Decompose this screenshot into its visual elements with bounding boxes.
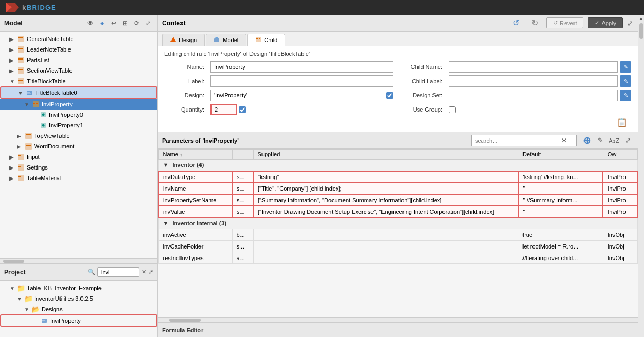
- tree-item-invi-property-0[interactable]: ▶ InviProperty0: [0, 110, 157, 120]
- tab-model[interactable]: Model: [206, 34, 246, 46]
- apply-button[interactable]: ✓ Apply: [588, 17, 623, 28]
- group-inventor-internal-label: ▼ Inventor Internal (3): [158, 217, 637, 229]
- tree-item-parts-list[interactable]: ▶ PartsList: [0, 55, 157, 65]
- cell-name-invCacheFolder: invCacheFolder: [158, 241, 232, 252]
- cell-supplied-invActive: [253, 229, 518, 241]
- group-inventor-arrow[interactable]: ▼: [163, 162, 169, 168]
- label-input[interactable]: [210, 75, 393, 87]
- icon-circle[interactable]: ●: [97, 18, 107, 28]
- design-set-edit-btn[interactable]: ✎: [620, 90, 631, 101]
- params-edit-btn[interactable]: ✎: [595, 135, 606, 146]
- cell-supplied-invCacheFolder: [253, 241, 518, 252]
- tree-item-designs[interactable]: ▼ 📂 Designs: [0, 304, 157, 314]
- tree-item-top-view[interactable]: ▶ TopViewTable: [0, 131, 157, 141]
- search-icon-project: 🔍: [88, 269, 95, 275]
- tab-design-icon: [170, 36, 176, 44]
- params-search-box: ✕: [471, 135, 577, 146]
- params-expand-btn[interactable]: ⤢: [622, 135, 633, 146]
- app-title: kBRiDGE: [22, 4, 56, 12]
- tab-child[interactable]: Child: [247, 34, 285, 46]
- child-label-label: Child Label:: [397, 78, 445, 84]
- tree-item-gen-note[interactable]: ▶ GeneralNoteTable: [0, 34, 157, 44]
- tree-item-invi-property-1[interactable]: ▶ InviProperty1: [0, 120, 157, 131]
- icon-leader-note: [17, 45, 25, 54]
- label-invi-property: InviProperty: [42, 101, 73, 107]
- document-icon[interactable]: 📋: [617, 117, 627, 127]
- right-scrollbar[interactable]: ▲: [638, 15, 644, 337]
- icon-refresh[interactable]: ⟳: [132, 18, 142, 28]
- icon-eye[interactable]: 👁: [86, 18, 95, 28]
- arrow-section-view: ▶: [9, 68, 17, 74]
- table-row-invDataType[interactable]: invDataType s... "kstring" 'kstring' //k…: [158, 171, 637, 183]
- table-row-invValue[interactable]: invValue s... ["Inventor Drawing Documen…: [158, 206, 637, 217]
- tab-design[interactable]: Design: [162, 34, 205, 46]
- revert-button[interactable]: ↺ Revert: [546, 17, 583, 28]
- child-name-input[interactable]: [449, 61, 618, 73]
- apply-label: Apply: [601, 20, 616, 26]
- arrow-title-block: ▼: [9, 78, 17, 84]
- child-label-edit-btn[interactable]: ✎: [620, 75, 631, 87]
- icon-expand[interactable]: ⤢: [144, 18, 153, 28]
- revert-icon: ↺: [553, 19, 558, 26]
- col-header-name[interactable]: Name ↑: [158, 150, 232, 160]
- icon-grid[interactable]: ⊞: [120, 18, 130, 28]
- table-row-invPropertySetName[interactable]: invPropertySetName s... ["Summary Inform…: [158, 194, 637, 206]
- design-input[interactable]: [210, 90, 384, 101]
- table-row-invName[interactable]: invName s... ["Title", "Company"] [child…: [158, 183, 637, 194]
- params-hscrollbar[interactable]: [158, 317, 638, 322]
- col-header-type[interactable]: [232, 150, 253, 160]
- model-panel-header: Model 👁 ● ↩ ⊞ ⟳ ⤢: [0, 15, 157, 32]
- icon-undo[interactable]: ↩: [109, 18, 118, 28]
- params-add-btn[interactable]: ⊕: [581, 135, 592, 146]
- context-expand-icon[interactable]: ⤢: [627, 19, 633, 27]
- design-set-input[interactable]: [449, 90, 618, 101]
- model-panel-title: Model: [4, 19, 23, 27]
- tree-item-title-block[interactable]: ▼ TitleBlockTable: [0, 76, 157, 86]
- quantity-input[interactable]: [210, 104, 237, 115]
- design-set-row: ✎: [449, 90, 631, 101]
- tree-item-table-material[interactable]: ▶ TableMaterial: [0, 173, 157, 183]
- redo-button[interactable]: ↻: [527, 17, 542, 29]
- tree-item-invi-property[interactable]: ▼ InviProperty: [0, 99, 157, 110]
- svg-rect-5: [18, 39, 23, 39]
- icon-top-view: [24, 132, 33, 140]
- project-search-clear[interactable]: ✕: [142, 269, 146, 275]
- tree-item-settings[interactable]: ▶ Settings: [0, 162, 157, 173]
- cell-supplied-invDataType: "kstring": [253, 171, 518, 183]
- child-label-input[interactable]: [449, 75, 618, 87]
- tree-item-inventor-utils[interactable]: ▼ 📁 InventorUtilities 3.0.2.5: [0, 293, 157, 304]
- project-search-input[interactable]: [97, 267, 139, 277]
- svg-rect-18: [27, 91, 32, 95]
- params-search-clear[interactable]: ✕: [561, 137, 567, 144]
- project-search-area: 🔍 ✕ ⤢: [88, 267, 153, 277]
- project-expand-icon[interactable]: ⤢: [148, 269, 153, 275]
- table-row-invActive[interactable]: invActive b... true InvObj: [158, 229, 637, 241]
- use-group-check[interactable]: [449, 106, 456, 113]
- scrollbar-up-arrow[interactable]: ▲: [639, 16, 643, 21]
- tree-item-section-view[interactable]: ▶ SectionViewTable: [0, 65, 157, 76]
- tree-item-table-kb[interactable]: ▼ 📁 Table_KB_Inventor_Example: [0, 283, 157, 293]
- undo-button[interactable]: ↺: [508, 17, 523, 29]
- child-name-edit-btn[interactable]: ✎: [620, 61, 631, 73]
- svg-rect-43: [256, 38, 258, 39]
- quantity-check[interactable]: [239, 106, 246, 113]
- params-search-input[interactable]: [475, 137, 559, 144]
- design-check[interactable]: [386, 92, 393, 99]
- table-row-invCacheFolder[interactable]: invCacheFolder s... let rootModel = R.ro…: [158, 241, 637, 252]
- col-header-default[interactable]: Default: [518, 150, 603, 160]
- tree-item-title-block-0[interactable]: ▼ TitleBlockTable0: [0, 86, 157, 99]
- tree-item-input[interactable]: ▶ Input: [0, 152, 157, 162]
- child-name-label: Child Name:: [397, 64, 445, 70]
- tree-item-word-doc[interactable]: ▶ WordDocument: [0, 141, 157, 152]
- params-sort-btn[interactable]: A↕Z: [608, 135, 620, 146]
- svg-rect-31: [28, 145, 31, 146]
- name-input[interactable]: [210, 61, 393, 73]
- col-header-owner[interactable]: Ow: [603, 150, 637, 160]
- model-hscrollbar[interactable]: [0, 258, 157, 263]
- col-header-supplied[interactable]: Supplied: [253, 150, 518, 160]
- tree-item-leader-note[interactable]: ▶ LeaderNoteTable: [0, 44, 157, 55]
- table-row-restrictInvTypes[interactable]: restrictInvTypes a... //Iterating over c…: [158, 252, 637, 264]
- cell-owner-invDataType: InviPro: [603, 171, 637, 183]
- tree-item-invi-prop-project[interactable]: ▶ InviProperty: [0, 314, 157, 327]
- group-inventor-internal-arrow[interactable]: ▼: [163, 220, 169, 226]
